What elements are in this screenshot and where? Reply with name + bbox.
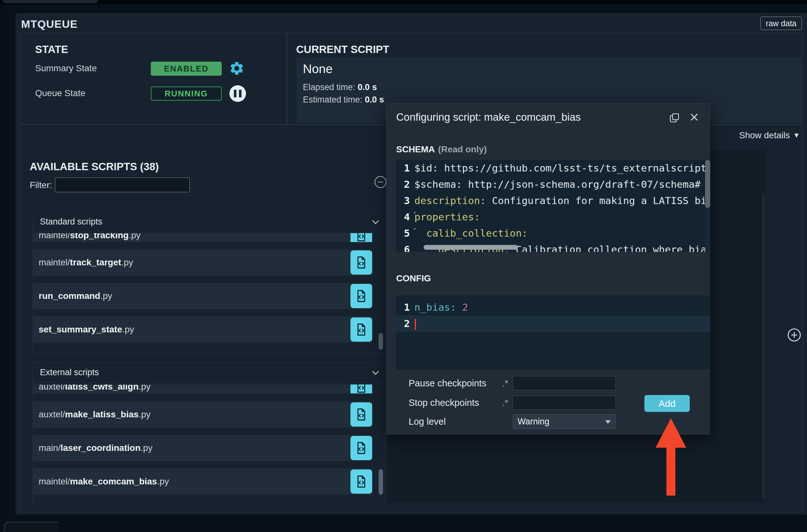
code-line: 3 description: Configuration for making …	[396, 193, 710, 209]
schema-heading: SCHEMA(Read only)	[396, 144, 487, 155]
script-row[interactable]: maintel/make_comcam_bias.py	[33, 469, 372, 495]
launch-script-icon[interactable]	[351, 402, 372, 426]
config-editor[interactable]: 1 n_bias: 2 2	[396, 296, 710, 369]
script-ext: .py	[121, 258, 133, 268]
queue-scrollbar[interactable]	[762, 193, 765, 500]
collapse-all-icon[interactable]	[374, 175, 387, 189]
launch-script-icon[interactable]	[351, 284, 372, 308]
estimated-label: Estimated time:	[303, 95, 362, 104]
section-label: External scripts	[40, 367, 99, 377]
log-level-row: Log level Warning	[409, 414, 696, 429]
script-ext: .py	[139, 410, 150, 420]
copy-icon[interactable]	[669, 112, 680, 125]
script-row[interactable]: run_command.py	[33, 283, 372, 309]
script-name: latiss_cwfs_align	[65, 384, 139, 392]
filter-label: Filter:	[30, 180, 52, 190]
line-number: 3	[396, 193, 414, 209]
pause-queue-icon[interactable]	[229, 85, 246, 102]
available-scripts-heading: AVAILABLE SCRIPTS (38)	[30, 160, 159, 173]
scrollbar-thumb[interactable]	[424, 245, 518, 250]
clipped-script-row: maintel/stop_tracking.py	[33, 233, 372, 242]
estimated-value: 0.0 s	[365, 95, 384, 104]
chevron-down-icon[interactable]	[372, 368, 379, 375]
chevron-down-icon: ▼	[793, 131, 800, 139]
top-strip	[0, 0, 807, 4]
gear-icon[interactable]	[228, 60, 245, 77]
queue-state-label: Queue State	[35, 88, 85, 98]
standard-scripts-header[interactable]: Standard scripts	[33, 212, 385, 232]
script-path: maintel/	[39, 258, 70, 268]
fold-icon[interactable]: ▾	[413, 226, 416, 231]
external-scripts-section: External scripts auxtel/latiss_cwfs_alig…	[33, 362, 385, 502]
script-name: run_command	[39, 291, 100, 301]
bottom-left-panel-corner	[4, 522, 58, 532]
state-heading: STATE	[35, 43, 68, 56]
external-scripts-header[interactable]: External scripts	[33, 362, 385, 383]
pause-bar	[234, 90, 237, 97]
text-cursor	[415, 319, 416, 330]
line-number: 1	[396, 299, 414, 316]
script-row[interactable]: set_summary_state.py	[33, 317, 372, 343]
line-number: 5▾	[396, 225, 414, 242]
launch-script-icon[interactable]	[351, 384, 372, 394]
regex-hint: .*	[495, 378, 508, 388]
line-number: 4▾	[396, 209, 414, 225]
script-row[interactable]: auxtel/latiss_cwfs_align.py	[33, 384, 372, 394]
modal-title: Configuring script: make_comcam_bias	[396, 111, 581, 123]
current-script-name: None	[303, 62, 333, 76]
scrollbar-thumb[interactable]	[705, 160, 710, 208]
section-scrollbar[interactable]	[379, 469, 383, 495]
launch-script-icon[interactable]	[351, 233, 372, 242]
code-line-active[interactable]: 2	[396, 316, 710, 332]
pause-bar	[239, 90, 242, 97]
elapsed-time: Elapsed time:0.0 s	[303, 82, 377, 92]
code-line: 2 $schema: http://json-schema.org/draft-…	[396, 176, 710, 193]
line-number: 1	[396, 160, 414, 176]
line-number: 2	[396, 316, 414, 332]
script-name: laser_coordination	[60, 443, 140, 453]
chevron-down-icon[interactable]	[372, 217, 379, 224]
regex-hint: .*	[495, 398, 508, 408]
log-level-label: Log level	[409, 416, 495, 427]
add-button[interactable]: Add	[644, 395, 690, 412]
estimated-time: Estimated time:0.0 s	[303, 95, 384, 105]
script-path: main/	[39, 443, 60, 453]
script-row[interactable]: main/laser_coordination.py	[33, 435, 372, 461]
filter-input[interactable]	[55, 177, 190, 192]
script-name: track_target	[70, 258, 121, 268]
plus-circle-icon[interactable]	[787, 327, 803, 343]
code-line[interactable]: 1 n_bias: 2	[396, 299, 710, 316]
launch-script-icon[interactable]	[351, 436, 372, 460]
launch-script-icon[interactable]	[351, 318, 372, 342]
fold-icon[interactable]: ▾	[413, 210, 416, 215]
launch-script-icon[interactable]	[351, 470, 372, 494]
schema-vscrollbar[interactable]	[705, 160, 710, 252]
pause-checkpoints-input[interactable]	[513, 376, 616, 390]
schema-hscrollbar[interactable]	[424, 245, 710, 250]
configure-script-modal: Configuring script: make_comcam_bias SCH…	[386, 103, 710, 435]
close-icon[interactable]	[689, 112, 700, 124]
screen: MTQUEUE raw data STATE Summary State ENA…	[0, 0, 807, 532]
section-scrollbar[interactable]	[379, 333, 383, 350]
script-row[interactable]: auxtel/make_latiss_bias.py	[33, 401, 372, 428]
stop-checkpoints-label: Stop checkpoints	[409, 398, 495, 408]
script-row[interactable]: maintel/stop_tracking.py	[33, 233, 372, 242]
annotation-arrow-shaft	[667, 446, 675, 496]
raw-data-button[interactable]: raw data	[761, 17, 802, 30]
script-name: set_summary_state	[39, 324, 123, 335]
launch-script-icon[interactable]	[351, 250, 372, 274]
log-level-select[interactable]: Warning	[513, 414, 616, 429]
show-details-toggle[interactable]: Show details ▼	[739, 130, 800, 140]
stop-checkpoints-input[interactable]	[513, 396, 616, 410]
standard-scripts-section: Standard scripts maintel/stop_tracking.p…	[33, 211, 385, 353]
summary-state-label: Summary State	[35, 63, 97, 73]
panel-title: MTQUEUE	[21, 18, 78, 30]
schema-readonly-note: (Read only)	[438, 144, 487, 154]
show-details-label: Show details	[739, 130, 790, 140]
script-path: maintel/	[39, 233, 70, 241]
script-row[interactable]: maintel/track_target.py	[33, 249, 372, 276]
script-path: auxtel/	[39, 384, 65, 392]
pause-checkpoints-row: Pause checkpoints .*	[409, 376, 696, 391]
elapsed-value: 0.0 s	[358, 82, 377, 92]
code-line: 4▾ properties:	[396, 209, 710, 225]
